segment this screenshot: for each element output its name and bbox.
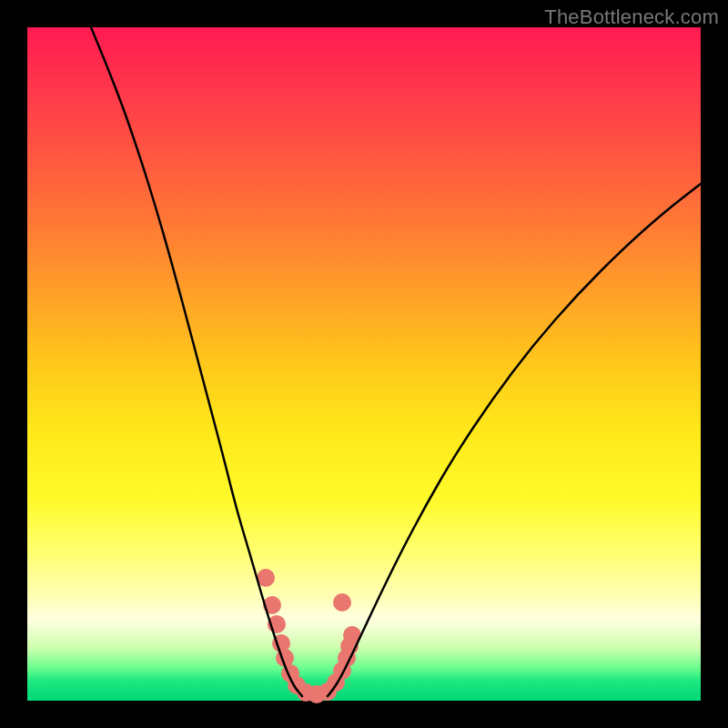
curve-right-branch xyxy=(328,184,701,696)
watermark-text: TheBottleneck.com xyxy=(544,5,719,29)
data-marker xyxy=(333,593,351,612)
curve-left-branch xyxy=(91,27,302,696)
chart-svg xyxy=(27,27,701,701)
marker-group xyxy=(257,569,361,703)
